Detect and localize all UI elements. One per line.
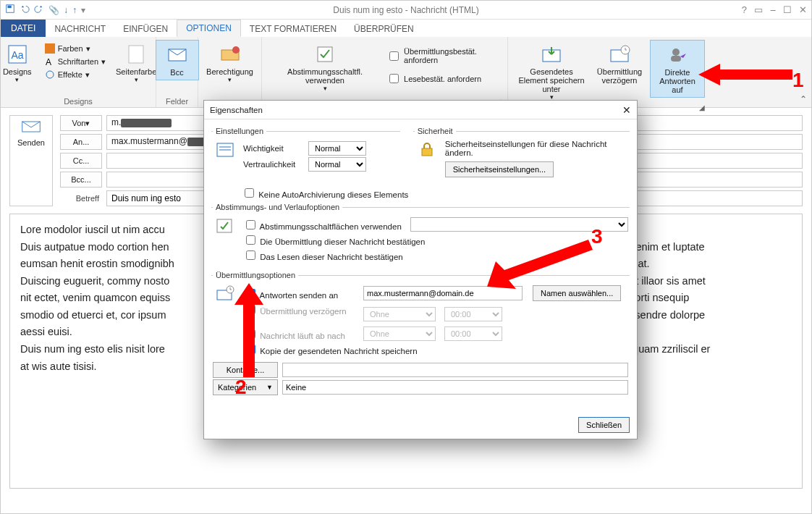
collapse-ribbon-icon[interactable]: ⌃ — [800, 94, 807, 104]
voting-checkbox[interactable]: Abstimmungsschaltflächen verwenden — [243, 218, 402, 232]
delay-time-select: 00:00 — [444, 307, 502, 321]
annotation-label-3: 3 — [591, 225, 603, 248]
svg-rect-16 — [671, 56, 681, 62]
svg-point-15 — [672, 49, 680, 56]
ribbon-tabs: DATEI NACHRICHT EINFÜGEN OPTIONEN TEXT F… — [1, 20, 811, 37]
read-confirm-checkbox[interactable]: Das Lesen dieser Nachricht bestätigen — [243, 248, 403, 262]
annotation-arrow-2 — [231, 283, 267, 377]
ribbon-help-icon[interactable]: ? — [742, 4, 747, 15]
delay-delivery-button[interactable]: Übermittlung verzögern — [593, 40, 646, 88]
settings-legend: Einstellungen — [213, 127, 266, 135]
ribbon: Aa Designs▾ Farben ▾ ASchriftarten ▾ Eff… — [1, 37, 811, 108]
importance-label: Wichtigkeit — [243, 144, 304, 153]
svg-rect-1 — [8, 6, 12, 9]
save-copy-checkbox[interactable]: Kopie der gesendeten Nachricht speichern — [243, 342, 418, 356]
group-permission: Berechtigung▾ — [198, 37, 262, 107]
quick-access-toolbar: 📎 ↓ ↑ ▾ — [5, 4, 85, 16]
voting-legend: Abstimmungs- und Verlaufoptionen — [213, 203, 342, 211]
save-icon[interactable] — [5, 4, 15, 16]
delivery-receipt-checkbox[interactable]: Übermittlungsbestät. anfordern — [386, 46, 502, 66]
effects-button[interactable]: Effekte ▾ — [43, 69, 107, 80]
pagecolor-button[interactable]: Seitenfarbe▾ — [111, 40, 161, 86]
fonts-button[interactable]: ASchriftarten ▾ — [43, 56, 107, 67]
svg-rect-4 — [45, 43, 55, 54]
subject-label: Betreff — [60, 190, 102, 206]
group-tracking: Abstimmungsschaltfl. verwenden▾ Übermitt… — [262, 37, 508, 107]
minimize-icon[interactable]: ‒ — [770, 4, 776, 15]
svg-rect-7 — [129, 46, 143, 63]
svg-rect-21 — [422, 148, 432, 156]
sensitivity-label: Vertraulichkeit — [243, 160, 304, 169]
svg-marker-27 — [487, 240, 593, 289]
svg-point-10 — [232, 46, 240, 54]
save-sent-button[interactable]: Gesendetes Element speichern unter▾ — [514, 40, 589, 104]
delay-date-select: Ohne — [363, 307, 436, 321]
bcc-button[interactable]: Bcc — [156, 40, 199, 80]
attach-icon[interactable]: 📎 — [48, 5, 59, 15]
contacts-input[interactable] — [282, 363, 628, 377]
bcc-field-button[interactable]: Bcc... — [60, 172, 102, 188]
undo-icon[interactable] — [20, 4, 30, 16]
voting-section-icon — [213, 216, 237, 264]
read-receipt-checkbox[interactable]: Lesebestät. anfordern — [386, 70, 502, 87]
tab-review[interactable]: ÜBERPRÜFEN — [345, 21, 423, 37]
arrow-down-icon[interactable]: ↓ — [64, 5, 68, 15]
expire-date-select: Ohne — [363, 326, 436, 341]
themes-button[interactable]: Aa Designs▾ — [0, 40, 39, 86]
svg-text:A: A — [46, 57, 51, 67]
categories-input[interactable] — [282, 380, 628, 395]
close-button[interactable]: Schließen — [578, 417, 630, 433]
tab-message[interactable]: NACHRICHT — [46, 21, 114, 37]
maximize-icon[interactable]: ☐ — [783, 4, 792, 15]
tab-file[interactable]: DATEI — [1, 20, 46, 37]
security-settings-button[interactable]: Sicherheitseinstellungen... — [445, 161, 554, 177]
lock-icon — [415, 140, 439, 177]
more-options-launcher-icon[interactable]: ◢ — [699, 104, 705, 111]
annotation-arrow-1 — [698, 60, 792, 89]
window-title: Duis num ing esto - Nachricht (HTML) — [333, 5, 478, 15]
from-button[interactable]: Von ▾ — [60, 115, 102, 131]
ribbon-display-icon[interactable]: ▭ — [754, 4, 763, 15]
more-icon[interactable]: ▾ — [81, 5, 85, 15]
dialog-close-icon[interactable]: ✕ — [622, 104, 631, 116]
group-designs: Aa Designs▾ Farben ▾ ASchriftarten ▾ Eff… — [1, 37, 156, 107]
expire-time-select: 00:00 — [444, 326, 502, 341]
importance-select[interactable]: Normal — [308, 141, 366, 156]
dialog-title: Eigenschaften — [210, 106, 263, 114]
redo-icon[interactable] — [34, 4, 44, 16]
svg-marker-26 — [234, 283, 263, 377]
titlebar: 📎 ↓ ↑ ▾ Duis num ing esto - Nachricht (H… — [1, 1, 811, 20]
no-autoarchive-checkbox[interactable]: Keine AutoArchivierung dieses Elements — [242, 186, 408, 200]
close-icon[interactable]: ✕ — [799, 4, 807, 15]
annotation-label-2: 2 — [235, 376, 247, 399]
delivery-confirm-checkbox[interactable]: Die Übermittlung dieser Nachricht bestät… — [243, 233, 425, 247]
tab-insert[interactable]: EINFÜGEN — [114, 21, 177, 37]
group-more-options: Gesendetes Element speichern unter▾ Über… — [508, 37, 711, 107]
annotation-label-1: 1 — [792, 69, 804, 92]
svg-text:Aa: Aa — [11, 49, 23, 61]
window-controls: ? ▭ ‒ ☐ ✕ — [742, 4, 807, 15]
to-button[interactable]: An... — [60, 134, 102, 150]
svg-point-6 — [46, 71, 54, 78]
tab-format[interactable]: TEXT FORMATIEREN — [241, 21, 345, 37]
settings-icon — [213, 140, 237, 173]
annotation-arrow-3 — [487, 232, 596, 290]
voting-button[interactable]: Abstimmungsschaltfl. verwenden▾ — [268, 40, 382, 95]
sensitivity-select[interactable]: Normal — [308, 157, 366, 172]
security-desc: Sicherheitseinstellungen für diese Nachr… — [445, 140, 628, 157]
tab-options[interactable]: OPTIONEN — [177, 20, 241, 37]
group-showfields: Bcc Felder — [156, 37, 198, 107]
group-label-felder: Felder — [162, 97, 192, 106]
send-button[interactable]: Senden — [9, 115, 53, 206]
group-label-designs: Designs — [7, 97, 150, 106]
permission-button[interactable]: Berechtigung▾ — [202, 40, 258, 86]
svg-marker-25 — [698, 64, 792, 85]
cc-button[interactable]: Cc... — [60, 153, 102, 169]
security-legend: Sicherheit — [415, 127, 456, 135]
colors-button[interactable]: Farben ▾ — [43, 43, 107, 54]
arrow-up-icon[interactable]: ↑ — [72, 5, 77, 15]
direct-replies-button[interactable]: Direkte Antworten auf — [650, 40, 705, 98]
delivery-legend: Übermittlungsoptionen — [213, 271, 298, 279]
